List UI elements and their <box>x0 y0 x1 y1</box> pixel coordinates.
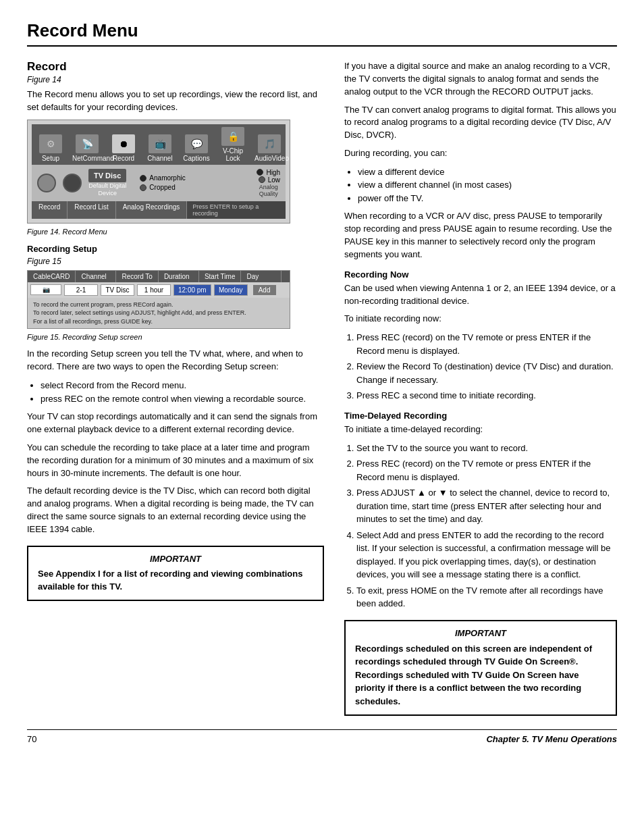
record-to-value[interactable]: TV Disc <box>101 284 134 296</box>
recording-now-body: Can be used when viewing Antenna 1 or 2,… <box>344 282 617 308</box>
initiate-step-2: Review the Record To (destination) devic… <box>356 360 617 386</box>
bullet2: press REC on the remote control when vie… <box>41 392 324 406</box>
right-body2: The TV can convert analog programs to di… <box>344 104 617 142</box>
analog-recordings-btn[interactable]: Analog Recordings <box>116 201 188 219</box>
time-step-4: Select Add and press ENTER to add the re… <box>356 529 617 581</box>
bullet1: select Record from the Record menu. <box>41 379 324 392</box>
during-bullet-2: view a different channel (in most cases) <box>358 178 617 192</box>
initiate-step-1: Press REC (record) on the TV remote or p… <box>356 331 617 357</box>
record-list-btn[interactable]: Record List <box>68 201 116 219</box>
setup-instructions: To record the current program, press REC… <box>28 298 290 329</box>
chapter-label: Chapter 5. TV Menu Operations <box>486 734 617 744</box>
col-start-time: Start Time <box>199 271 242 282</box>
time-delayed-title: Time-Delayed Recording <box>344 411 617 421</box>
recording-setup-screenshot: CableCARD Channel Record To Duration Sta… <box>27 270 290 330</box>
important-body-left: See Appendix I for a list of recording a… <box>38 568 313 594</box>
col-channel: Channel <box>76 271 116 282</box>
during-bullets: view a different device view a different… <box>358 165 617 205</box>
important-box-left: IMPORTANT See Appendix I for a list of r… <box>27 546 324 602</box>
record-btn[interactable]: Record <box>32 201 68 219</box>
col-cablecard: CableCARD <box>28 271 76 282</box>
initiate-steps: Press REC (record) on the TV remote or p… <box>356 331 617 402</box>
start-time-value[interactable]: 12:00 pm <box>173 284 211 296</box>
initiate-label: To initiate recording now: <box>344 313 617 325</box>
col-day: Day <box>241 271 281 282</box>
recording-setup-title: Recording Setup <box>27 244 324 254</box>
col-duration: Duration <box>159 271 199 282</box>
during-bullet-3: power off the TV. <box>358 192 617 205</box>
initiate-step-3: Press REC a second time to initiate reco… <box>356 389 617 402</box>
record-intro: The Record menu allows you to set up rec… <box>27 88 324 114</box>
right-body3: When recording to a VCR or A/V disc, pre… <box>344 210 617 261</box>
setup-body1: In the recording Setup screen you tell t… <box>27 348 324 373</box>
important-body-right: Recordings scheduled on this screen are … <box>355 642 606 708</box>
record-menu-screenshot: ⚙ Setup 📡 NetCommand ⏺ Record 📺 Channel … <box>27 120 290 224</box>
add-button[interactable]: Add <box>253 285 276 295</box>
day-value[interactable]: Monday <box>214 284 248 296</box>
during-recording-label: During recording, you can: <box>344 147 617 160</box>
body2: Your TV can stop recordings automaticall… <box>27 411 324 436</box>
during-bullet-1: view a different device <box>358 165 617 179</box>
time-step-2: Press REC (record) on the TV remote or p… <box>356 457 617 484</box>
col-record-to: Record To <box>116 271 158 282</box>
page-footer: 70 Chapter 5. TV Menu Operations <box>27 729 617 744</box>
time-step-3: Press ADJUST ▲ or ▼ to select the channe… <box>356 486 617 526</box>
body3: You can schedule the recording to take p… <box>27 442 324 480</box>
figure14-label: Figure 14 <box>27 75 324 84</box>
menu-status-text: Press ENTER to setup a recording <box>187 201 286 219</box>
time-delayed-intro: To initiate a time-delayed recording: <box>344 423 617 436</box>
page-title: Record Menu <box>27 20 617 47</box>
time-step-1: Set the TV to the source you want to rec… <box>356 442 617 455</box>
important-title-right: IMPORTANT <box>355 628 606 638</box>
setup-bullets: select Record from the Record menu. pres… <box>41 379 324 405</box>
body4: The default recording device is the TV D… <box>27 485 324 536</box>
right-body1: If you have a digital source and make an… <box>344 60 617 99</box>
section-title-record: Record <box>27 60 324 74</box>
figure15-caption: Figure 15. Recording Setup screen <box>27 333 324 341</box>
recording-now-title: Recording Now <box>344 269 617 280</box>
page-number: 70 <box>27 734 36 744</box>
time-delayed-steps: Set the TV to the source you want to rec… <box>356 442 617 610</box>
important-title-left: IMPORTANT <box>38 554 313 564</box>
time-step-5: To exit, press HOME on the TV remote aft… <box>356 584 617 610</box>
figure15-label: Figure 15 <box>27 257 324 266</box>
important-box-right: IMPORTANT Recordings scheduled on this s… <box>344 620 617 716</box>
channel-value[interactable]: 2-1 <box>64 284 98 296</box>
duration-value[interactable]: 1 hour <box>137 284 171 296</box>
cablecard-value: 📷 <box>30 284 61 295</box>
figure14-caption: Figure 14. Record Menu <box>27 228 324 236</box>
